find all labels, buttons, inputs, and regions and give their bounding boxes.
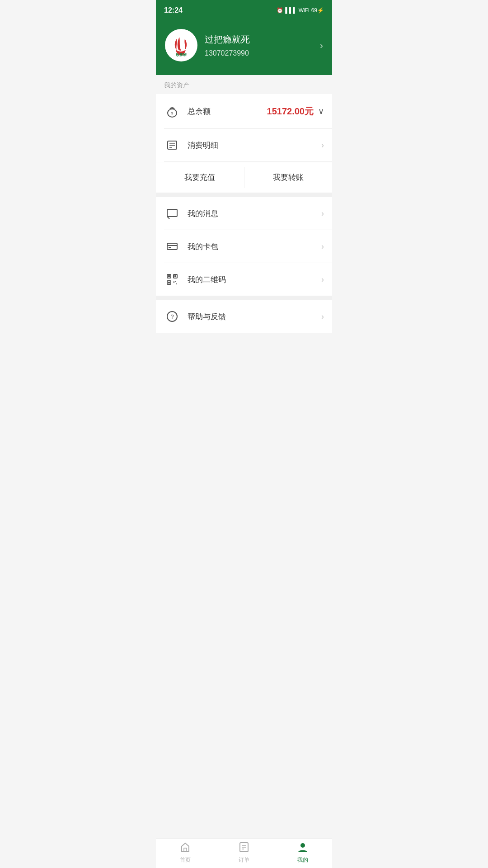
svg-rect-16 [168,275,170,277]
profile-phone: 13070273990 [205,49,250,57]
profile-name: 过把瘾就死 [205,33,250,46]
consumption-chevron-icon: › [321,141,324,150]
svg-rect-18 [168,282,170,283]
help-icon-wrap: ? [164,308,180,325]
svg-rect-8 [167,209,177,217]
signal-icon: ▌▌▌ [285,7,297,14]
messages-label: 我的消息 [188,208,321,219]
help-label: 帮助与反馈 [188,311,321,322]
wallet-icon-wrap [164,238,180,255]
svg-rect-19 [174,281,174,282]
consumption-row[interactable]: 消费明细 › [156,129,332,161]
svg-text:$: $ [171,111,174,115]
nav-home[interactable]: 首页 [156,839,215,868]
mine-nav-label: 我的 [297,856,308,864]
money-bag-icon: $ [165,104,179,118]
gap-2 [156,296,332,300]
wallet-row[interactable]: 我的卡包 › [156,230,332,263]
brand-logo: 欣事班 [166,30,197,61]
messages-icon-wrap [164,205,180,222]
balance-card: $ 总余额 15172.00元 ∨ 消费明细 › 我要充 [156,94,332,193]
messages-chevron-icon: › [321,209,324,218]
status-time: 12:24 [164,6,183,14]
qrcode-icon [166,273,178,286]
qrcode-row[interactable]: 我的二维码 › [156,263,332,296]
svg-point-30 [300,843,305,848]
svg-text:?: ? [170,313,174,320]
qrcode-icon-wrap [164,271,180,288]
qrcode-label: 我的二维码 [188,274,321,285]
svg-text:欣事班: 欣事班 [175,53,187,57]
battery-icon: 69⚡ [311,7,324,14]
bottom-nav: 首页 订单 我的 [156,839,332,868]
nav-mine[interactable]: 我的 [273,839,332,868]
profile-header[interactable]: 欣事班 过把瘾就死 13070273990 › [156,20,332,75]
svg-rect-10 [167,243,177,250]
svg-rect-4 [168,141,177,149]
profile-chevron-icon: › [320,40,323,51]
svg-rect-20 [175,281,176,282]
recharge-button[interactable]: 我要充值 [156,162,244,193]
help-row[interactable]: ? 帮助与反馈 › [156,300,332,333]
balance-row[interactable]: $ 总余额 15172.00元 ∨ [156,94,332,128]
consumption-icon-wrap [164,137,180,153]
qrcode-chevron-icon: › [321,275,324,284]
consumption-icon [166,139,178,151]
status-bar: 12:24 ⏰ ▌▌▌ WiFi 69⚡ [156,0,332,20]
svg-rect-22 [176,283,177,284]
assets-section-label: 我的资产 [156,75,332,94]
orders-nav-label: 订单 [239,856,249,864]
help-icon: ? [166,310,178,323]
avatar: 欣事班 [165,29,197,61]
message-icon [166,207,178,220]
profile-left: 欣事班 过把瘾就死 13070273990 [165,29,250,61]
gap-1 [156,193,332,197]
wifi-icon: WiFi [299,7,310,14]
balance-amount: 15172.00元 [267,105,314,118]
balance-label: 总余额 [188,106,267,117]
mine-icon [297,841,309,855]
nav-orders[interactable]: 订单 [215,839,273,868]
card-icon [166,240,178,253]
help-chevron-icon: › [321,312,324,321]
balance-expand-icon[interactable]: ∨ [318,106,324,116]
profile-info: 过把瘾就死 13070273990 [205,33,250,57]
home-icon [179,841,191,855]
action-row: 我要充值 我要转账 [156,162,332,193]
wallet-label: 我的卡包 [188,241,321,252]
orders-icon [238,841,250,855]
transfer-button[interactable]: 我要转账 [244,162,333,193]
balance-icon: $ [164,103,180,119]
svg-rect-25 [184,848,187,851]
svg-rect-12 [169,247,171,248]
svg-rect-21 [174,282,174,283]
svg-rect-17 [174,275,176,277]
help-card: ? 帮助与反馈 › [156,300,332,333]
menu-card: 我的消息 › 我的卡包 › [156,197,332,296]
status-icons: ⏰ ▌▌▌ WiFi 69⚡ [277,7,324,14]
consumption-label: 消费明细 [188,140,321,151]
alarm-icon: ⏰ [277,7,283,14]
wallet-chevron-icon: › [321,242,324,251]
home-nav-label: 首页 [180,856,191,864]
messages-row[interactable]: 我的消息 › [156,197,332,230]
